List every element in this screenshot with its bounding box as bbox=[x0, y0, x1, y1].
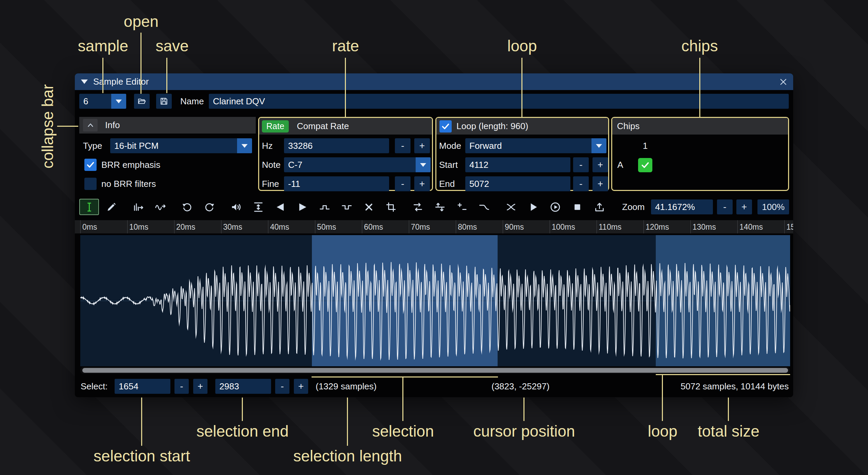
close-icon bbox=[779, 77, 788, 86]
folder-open-icon bbox=[137, 97, 146, 106]
close-button[interactable] bbox=[778, 77, 788, 87]
chevron-down-icon[interactable] bbox=[111, 94, 126, 109]
selection-end-input[interactable] bbox=[215, 379, 271, 394]
crossfade-icon bbox=[505, 201, 517, 213]
reverse-icon bbox=[412, 201, 423, 213]
save-button[interactable] bbox=[156, 94, 172, 109]
fade-out-button[interactable] bbox=[293, 199, 312, 215]
note-select[interactable]: C-7 bbox=[284, 157, 431, 172]
fine-plus-button[interactable]: + bbox=[414, 176, 430, 191]
chevron-down-icon[interactable] bbox=[237, 138, 252, 153]
loop-mode-select[interactable]: Forward bbox=[465, 138, 606, 153]
name-input[interactable] bbox=[209, 94, 789, 109]
invert-button[interactable] bbox=[430, 199, 450, 215]
fade-in-button[interactable] bbox=[270, 199, 290, 215]
type-select[interactable]: 16-bit PCM bbox=[110, 138, 252, 153]
zoom-out-button[interactable]: - bbox=[717, 199, 733, 214]
normalize-button[interactable] bbox=[248, 199, 268, 215]
insert-silence-button[interactable] bbox=[315, 199, 334, 215]
hz-input[interactable] bbox=[284, 138, 389, 153]
annotation-open: open bbox=[124, 12, 158, 31]
zoom-input[interactable] bbox=[651, 199, 713, 214]
annotation-line-cursor-position bbox=[523, 398, 524, 421]
zoom-in-button[interactable]: + bbox=[736, 199, 752, 214]
resize-button[interactable] bbox=[128, 199, 148, 215]
annotation-selection-end: selection end bbox=[196, 422, 288, 440]
type-select-value: 16-bit PCM bbox=[110, 138, 237, 153]
annotation-selection: selection bbox=[372, 422, 434, 440]
brr-emphasis-checkbox[interactable] bbox=[84, 159, 97, 171]
selection-start-input[interactable] bbox=[115, 379, 170, 394]
import-button[interactable] bbox=[589, 199, 609, 215]
preview-loop-button[interactable] bbox=[545, 199, 565, 215]
chip-enable-checkbox[interactable] bbox=[638, 158, 652, 172]
select-label: Select: bbox=[81, 379, 108, 394]
normalize-icon bbox=[253, 201, 264, 213]
upload-icon bbox=[594, 201, 605, 213]
annotation-line-selection bbox=[402, 376, 403, 421]
redo-button[interactable] bbox=[199, 199, 219, 215]
loop-title: Loop (length: 960) bbox=[456, 121, 528, 131]
delete-button[interactable] bbox=[359, 199, 379, 215]
filter-button[interactable] bbox=[474, 199, 494, 215]
annotation-total-size: total size bbox=[698, 422, 760, 440]
timeline-label: 20ms bbox=[176, 223, 195, 232]
amplify-button[interactable] bbox=[226, 199, 246, 215]
loop-end-input[interactable] bbox=[465, 176, 570, 191]
check-icon bbox=[641, 161, 650, 170]
timeline-label: 80ms bbox=[458, 223, 477, 232]
waveform-canvas[interactable] bbox=[80, 235, 790, 366]
zoom-reset-button[interactable]: 100% bbox=[757, 199, 789, 214]
loop-start-minus-button[interactable]: - bbox=[573, 157, 589, 172]
reverse-button[interactable] bbox=[408, 199, 428, 215]
selection-start-plus-button[interactable]: + bbox=[193, 379, 207, 394]
annotation-line-chips bbox=[699, 58, 700, 117]
redo-icon bbox=[204, 201, 215, 213]
loop-start-plus-button[interactable]: + bbox=[592, 157, 608, 172]
annotation-chips: chips bbox=[681, 37, 718, 55]
collapse-bar-button[interactable] bbox=[83, 119, 98, 131]
fine-minus-button[interactable]: - bbox=[395, 176, 411, 191]
crossfade-loop-button[interactable] bbox=[501, 199, 521, 215]
titlebar[interactable]: Sample Editor bbox=[75, 73, 793, 90]
hz-plus-button[interactable]: + bbox=[414, 138, 430, 153]
loop-enable-checkbox[interactable] bbox=[439, 120, 452, 133]
loop-end-minus-button[interactable]: - bbox=[573, 176, 589, 191]
no-brr-filters-checkbox[interactable] bbox=[84, 178, 97, 190]
delete-icon bbox=[363, 201, 374, 213]
signed-unsigned-button[interactable] bbox=[452, 199, 472, 215]
annotation-collapse-bar: collapse bar bbox=[38, 84, 57, 169]
loop-start-input[interactable] bbox=[465, 157, 570, 172]
hz-minus-button[interactable]: - bbox=[395, 138, 411, 153]
selection-end-minus-button[interactable]: - bbox=[275, 379, 289, 394]
window-collapse-icon[interactable] bbox=[81, 80, 88, 84]
loop-end-plus-button[interactable]: + bbox=[592, 176, 608, 191]
waveform-scrollbar-handle[interactable] bbox=[82, 368, 788, 373]
resample-button[interactable] bbox=[150, 199, 170, 215]
stop-button[interactable] bbox=[567, 199, 587, 215]
preview-button[interactable] bbox=[523, 199, 543, 215]
trim-button[interactable] bbox=[381, 199, 401, 215]
annotation-selection-start: selection start bbox=[94, 447, 190, 465]
timeline-ruler: 0ms 10ms 20ms 30ms 40ms 50ms 60ms 70ms 8… bbox=[75, 220, 793, 233]
note-select-value: C-7 bbox=[284, 157, 416, 172]
timeline-label: 120ms bbox=[646, 223, 669, 232]
sample-select[interactable]: 6 bbox=[79, 94, 126, 109]
open-button[interactable] bbox=[134, 94, 150, 109]
waveform-scrollbar-track[interactable] bbox=[80, 367, 790, 374]
chevron-down-icon[interactable] bbox=[416, 157, 431, 172]
fade-in-icon bbox=[275, 201, 286, 213]
selection-end-plus-button[interactable]: + bbox=[294, 379, 308, 394]
annotation-line-collapse-bar bbox=[57, 126, 78, 127]
annotation-line-loop bbox=[521, 58, 522, 117]
fine-input[interactable] bbox=[284, 176, 389, 191]
edit-draw-button[interactable] bbox=[101, 199, 121, 215]
selection-start-minus-button[interactable]: - bbox=[174, 379, 189, 394]
timeline-label: 30ms bbox=[223, 223, 242, 232]
chevron-down-icon[interactable] bbox=[591, 138, 606, 153]
apply-silence-button[interactable] bbox=[337, 199, 356, 215]
mode-label: Mode bbox=[439, 138, 461, 153]
undo-button[interactable] bbox=[177, 199, 197, 215]
edit-select-button[interactable] bbox=[79, 199, 99, 215]
type-label: Type bbox=[83, 138, 102, 153]
